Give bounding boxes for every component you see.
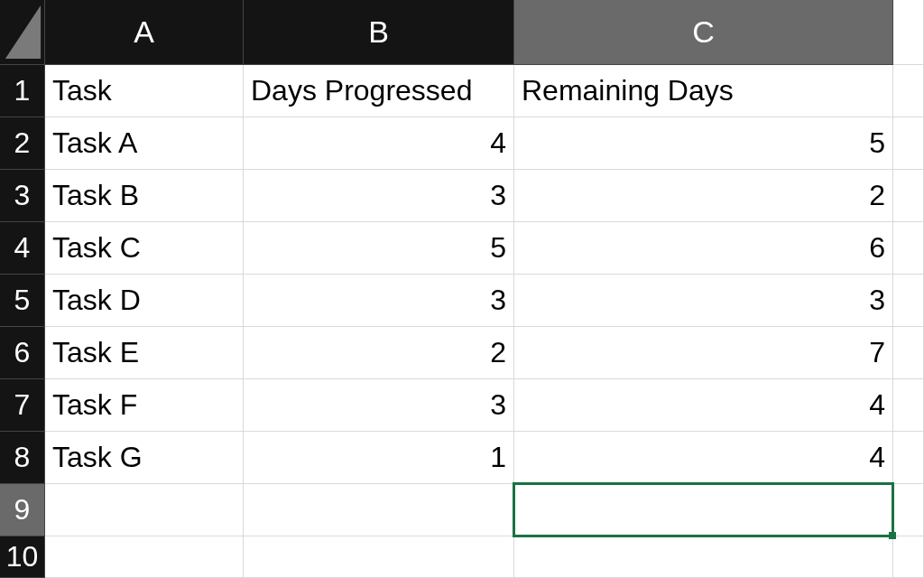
cell-C5[interactable]: 3 xyxy=(514,275,893,327)
col-header-A[interactable]: A xyxy=(45,0,244,65)
row-header-2[interactable]: 2 xyxy=(0,117,45,170)
cell-B10[interactable] xyxy=(244,536,514,578)
fill-handle[interactable] xyxy=(889,532,896,539)
cell-C10[interactable] xyxy=(514,536,893,578)
cell-A8[interactable]: Task G xyxy=(45,432,244,484)
cell-A9[interactable] xyxy=(45,484,244,536)
cell-A1[interactable]: Task xyxy=(45,65,244,117)
cell-A4[interactable]: Task C xyxy=(45,222,244,275)
cell-A6[interactable]: Task E xyxy=(45,327,244,379)
cell-filler[interactable] xyxy=(893,432,924,484)
cell-C7[interactable]: 4 xyxy=(514,379,893,432)
cell-filler[interactable] xyxy=(893,222,924,275)
cell-B4[interactable]: 5 xyxy=(244,222,514,275)
row-header-7[interactable]: 7 xyxy=(0,379,45,432)
cell-B8[interactable]: 1 xyxy=(244,432,514,484)
cell-filler[interactable] xyxy=(893,484,924,536)
cell-C2[interactable]: 5 xyxy=(514,117,893,170)
cell-A5[interactable]: Task D xyxy=(45,275,244,327)
cell-filler[interactable] xyxy=(893,117,924,170)
cell-filler[interactable] xyxy=(893,379,924,432)
select-all-triangle-icon xyxy=(0,0,44,64)
cell-B2[interactable]: 4 xyxy=(244,117,514,170)
cell-B6[interactable]: 2 xyxy=(244,327,514,379)
cell-A3[interactable]: Task B xyxy=(45,170,244,222)
cell-C6[interactable]: 7 xyxy=(514,327,893,379)
cell-filler[interactable] xyxy=(893,65,924,117)
cell-C4[interactable]: 6 xyxy=(514,222,893,275)
cell-B1[interactable]: Days Progressed xyxy=(244,65,514,117)
select-all-corner[interactable] xyxy=(0,0,45,65)
row-header-5[interactable]: 5 xyxy=(0,275,45,327)
cell-C1[interactable]: Remaining Days xyxy=(514,65,893,117)
row-header-10[interactable]: 10 xyxy=(0,536,45,578)
row-header-8[interactable]: 8 xyxy=(0,432,45,484)
cell-C3[interactable]: 2 xyxy=(514,170,893,222)
cell-filler[interactable] xyxy=(893,327,924,379)
cell-A2[interactable]: Task A xyxy=(45,117,244,170)
col-header-B[interactable]: B xyxy=(244,0,514,65)
cell-filler[interactable] xyxy=(893,536,924,578)
cell-C8[interactable]: 4 xyxy=(514,432,893,484)
row-header-3[interactable]: 3 xyxy=(0,170,45,222)
cell-B7[interactable]: 3 xyxy=(244,379,514,432)
cell-B3[interactable]: 3 xyxy=(244,170,514,222)
cell-B9[interactable] xyxy=(244,484,514,536)
svg-marker-0 xyxy=(5,5,41,59)
cell-C9[interactable] xyxy=(514,484,893,536)
row-header-4[interactable]: 4 xyxy=(0,222,45,275)
active-cell-selection xyxy=(513,482,894,537)
cell-B5[interactable]: 3 xyxy=(244,275,514,327)
cell-A7[interactable]: Task F xyxy=(45,379,244,432)
cell-A10[interactable] xyxy=(45,536,244,578)
row-header-6[interactable]: 6 xyxy=(0,327,45,379)
col-header-C[interactable]: C xyxy=(514,0,893,65)
row-header-9[interactable]: 9 xyxy=(0,484,45,536)
cell-filler[interactable] xyxy=(893,170,924,222)
cell-filler[interactable] xyxy=(893,275,924,327)
col-header-filler xyxy=(893,0,924,65)
row-header-1[interactable]: 1 xyxy=(0,65,45,117)
spreadsheet-grid: A B C 1 Task Days Progressed Remaining D… xyxy=(0,0,924,578)
